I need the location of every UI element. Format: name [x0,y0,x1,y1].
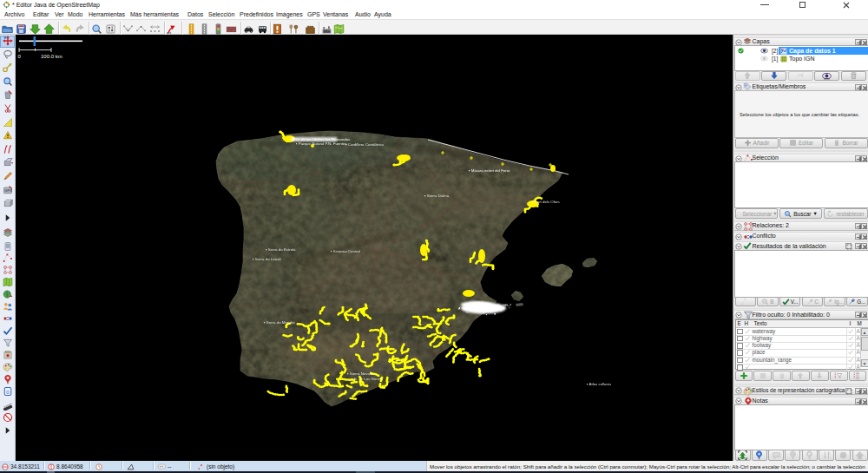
svg-text:▪ S. de Las Nieves: ▪ S. de Las Nieves [352,377,384,381]
svg-text:▪ Serra da Estrela: ▪ Serra da Estrela [266,247,296,252]
svg-text:GPX: GPX [4,188,12,193]
svg-text:▪ Parque Natural P.N. Fuentes: ▪ Parque Natural P.N. Fuentes [296,141,347,146]
svg-text:▪ Sierra Nevada: ▪ Sierra Nevada [347,371,374,376]
svg-text:▪ Sierra Dolina: ▪ Sierra Dolina [424,194,450,198]
svg-text:▪ Cordillera Cantábrica: ▪ Cordillera Cantábrica [345,142,385,147]
svg-text:▪ Sistema Central: ▪ Sistema Central [331,249,360,253]
svg-text:▪ Port dels Olors: ▪ Port dels Olors [532,200,561,204]
svg-text:100.0 km: 100.0 km [41,54,62,59]
svg-text:▪ Atlas cellanis: ▪ Atlas cellanis [587,382,612,386]
svg-text:▪ Serra da Lousã: ▪ Serra da Lousã [253,257,281,261]
svg-text:▪ Serra do Mendro: ▪ Serra do Mendro [264,320,295,325]
svg-text:Serra del Valle GR-7: Serra del Valle GR-7 [477,303,512,307]
svg-text:▪ Macizo estret del Forat: ▪ Macizo estret del Forat [469,168,510,173]
